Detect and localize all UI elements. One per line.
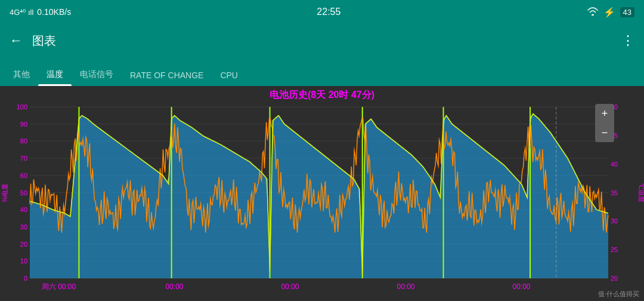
page-title: 图表 (32, 33, 621, 49)
status-left: 4G⁴⁰ ıll 0.10KB/s (10, 7, 71, 17)
status-bar: 4G⁴⁰ ıll 0.10KB/s 22:55 ⚡ 43 (0, 0, 644, 24)
tab-temperature[interactable]: 温度 (38, 57, 72, 86)
status-right: ⚡ 43 (587, 7, 634, 18)
app-bar: ← 图表 ⋮ (0, 24, 644, 57)
wifi-icon (587, 7, 599, 17)
tab-other[interactable]: 其他 (5, 57, 38, 86)
status-time: 22:55 (317, 7, 340, 17)
battery-history-chart[interactable] (0, 86, 644, 301)
signal-icon: 4G⁴⁰ ıll (10, 8, 33, 17)
watermark: 值·什么值得买 (598, 290, 639, 299)
tab-cpu[interactable]: CPU (212, 57, 246, 86)
tab-signal[interactable]: 电话信号 (72, 57, 122, 86)
battery-indicator: 43 (620, 7, 634, 17)
zoom-out-button[interactable]: − (595, 123, 614, 142)
back-button[interactable]: ← (10, 33, 23, 48)
zoom-in-button[interactable]: + (595, 104, 614, 123)
network-speed: 0.10KB/s (37, 7, 71, 17)
tab-rate-of-change[interactable]: RATE OF CHANGE (122, 57, 212, 86)
chart-container: + − 值·什么值得买 (0, 86, 644, 301)
zoom-controls: + − (595, 104, 614, 142)
battery-level: 43 (623, 8, 631, 17)
tab-bar: 其他 温度 电话信号 RATE OF CHANGE CPU (0, 57, 644, 86)
more-menu-button[interactable]: ⋮ (621, 33, 634, 48)
charging-icon: ⚡ (603, 7, 615, 18)
